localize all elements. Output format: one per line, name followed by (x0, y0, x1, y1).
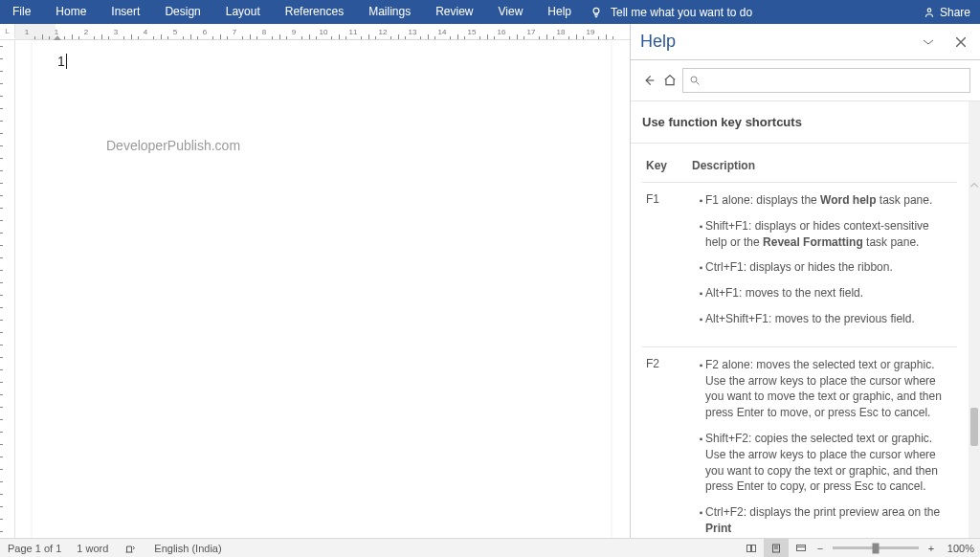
tab-view[interactable]: View (486, 0, 536, 24)
svg-point-6 (691, 77, 697, 82)
list-item: Shift+F1: displays or hides context-sens… (705, 218, 953, 251)
tab-layout[interactable]: Layout (213, 0, 273, 24)
lightbulb-icon (590, 6, 603, 19)
svg-point-2 (927, 8, 931, 11)
help-toolbar (631, 60, 980, 101)
watermark: DeveloperPublish.com (106, 138, 240, 153)
list-item: Alt+Shift+F1: moves to the previous fiel… (705, 311, 953, 327)
desc-cell: F2 alone: moves the selected text or gra… (688, 346, 957, 539)
tab-file[interactable]: File (0, 0, 43, 24)
help-close-button[interactable] (951, 33, 970, 52)
scroll-up-icon[interactable] (970, 180, 978, 191)
zoom-in[interactable]: + (924, 543, 938, 554)
svg-point-0 (593, 8, 599, 13)
ribbon: File Home Insert Design Layout Reference… (0, 0, 980, 24)
ruler-number: 11 (349, 28, 358, 36)
ruler-number: 16 (498, 28, 506, 36)
list-item: F1 alone: displays the Word help task pa… (705, 192, 953, 209)
main: L 112345678910111213141516171819 1 Devel… (0, 24, 980, 539)
spellcheck-icon[interactable] (116, 543, 145, 554)
key-cell: F2 (642, 346, 688, 539)
help-search[interactable] (682, 68, 970, 93)
col-description: Description (688, 153, 957, 183)
tab-references[interactable]: References (273, 0, 356, 24)
ruler-number: 9 (292, 28, 296, 36)
ruler-number: 7 (233, 28, 236, 36)
tell-me-label: Tell me what you want to do (611, 6, 752, 19)
list-item: Shift+F2: copies the selected text or gr… (705, 431, 953, 495)
view-print-layout[interactable] (764, 539, 789, 557)
status-language[interactable]: English (India) (146, 543, 229, 554)
page: 1 (33, 40, 611, 539)
scroll-thumb[interactable] (970, 408, 978, 446)
help-pane: Help Use function key (630, 24, 980, 539)
back-button[interactable] (640, 72, 657, 89)
status-page[interactable]: Page 1 of 1 (0, 543, 69, 554)
ruler-number: 1 (25, 28, 29, 36)
document-text: 1 (57, 54, 67, 69)
share-label: Share (940, 6, 970, 19)
svg-rect-8 (747, 545, 751, 551)
home-button[interactable] (661, 72, 679, 89)
list-item: Ctrl+F2: displays the print preview area… (705, 504, 953, 537)
help-scrollbar[interactable] (969, 101, 980, 539)
share-icon (923, 6, 936, 19)
tab-help[interactable]: Help (535, 0, 584, 24)
vertical-ruler[interactable] (0, 40, 15, 539)
list-item: Alt+F1: moves to the next field. (705, 285, 953, 301)
ruler-number: 4 (144, 28, 147, 36)
page-text[interactable]: 1 (57, 54, 67, 69)
ruler-number: 6 (203, 28, 207, 36)
ruler-number: 13 (409, 28, 417, 36)
desc-cell: F1 alone: displays the Word help task pa… (688, 183, 957, 346)
zoom-percent[interactable]: 100% (938, 543, 980, 554)
horizontal-ruler[interactable]: L 112345678910111213141516171819 (0, 24, 630, 40)
ruler-number: 8 (262, 28, 266, 36)
tab-design[interactable]: Design (152, 0, 212, 24)
tell-me-search[interactable]: Tell me what you want to do (590, 6, 752, 19)
zoom-out[interactable]: − (813, 543, 827, 554)
help-article-title: Use function key shortcuts (631, 101, 969, 144)
view-read-mode[interactable] (739, 539, 764, 557)
key-cell: F1 (642, 183, 688, 346)
help-options-button[interactable] (919, 33, 938, 52)
ruler-number: 19 (587, 28, 595, 36)
ruler-number: 18 (557, 28, 566, 36)
table-row: F1F1 alone: displays the Word help task … (642, 183, 957, 346)
tab-insert[interactable]: Insert (99, 0, 152, 24)
ruler-number: 17 (527, 28, 536, 36)
tab-home[interactable]: Home (43, 0, 99, 24)
search-icon (689, 75, 701, 86)
table-row: F2F2 alone: moves the selected text or g… (642, 346, 957, 539)
zoom-knob[interactable] (873, 543, 880, 553)
ruler-number: 3 (114, 28, 118, 36)
tab-review[interactable]: Review (423, 0, 485, 24)
shortcuts-table: Key Description F1F1 alone: displays the… (631, 144, 969, 539)
col-key: Key (642, 153, 688, 183)
view-web-layout[interactable] (789, 539, 813, 557)
ruler-number: 15 (468, 28, 477, 36)
share-button[interactable]: Share (923, 6, 980, 19)
help-search-input[interactable] (701, 73, 964, 88)
ruler-number: 5 (173, 28, 177, 36)
status-bar: Page 1 of 1 1 word English (India) − + 1… (0, 538, 980, 557)
ruler-number: 10 (320, 28, 328, 36)
help-header: Help (631, 24, 980, 60)
svg-rect-9 (752, 545, 756, 551)
help-title: Help (640, 32, 919, 52)
zoom-slider[interactable] (833, 546, 919, 549)
list-item: F2 alone: moves the selected text or gra… (705, 357, 953, 421)
ruler-number: 12 (379, 28, 388, 36)
document-canvas[interactable]: 1 DeveloperPublish.com (15, 40, 630, 539)
svg-line-7 (697, 82, 700, 85)
list-item: Ctrl+F1: displays or hides the ribbon. (705, 259, 953, 276)
ruler-number: 14 (438, 28, 447, 36)
status-wordcount[interactable]: 1 word (69, 543, 116, 554)
svg-rect-13 (797, 545, 806, 550)
tab-mailings[interactable]: Mailings (356, 0, 423, 24)
ruler-number: 2 (84, 28, 88, 36)
document-pane: L 112345678910111213141516171819 1 Devel… (0, 24, 630, 539)
help-body: Use function key shortcuts Key Descripti… (631, 101, 980, 539)
ruler-corner: L (0, 24, 15, 38)
